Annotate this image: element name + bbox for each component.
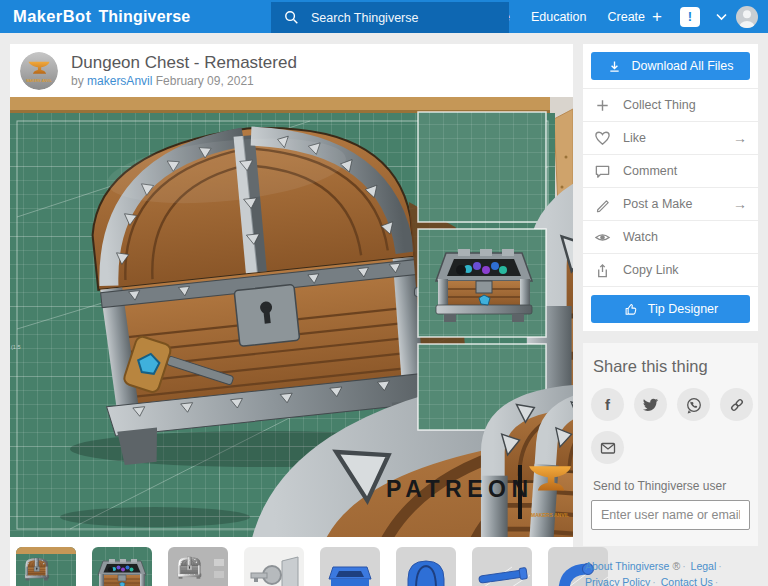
patreon-text: PATREON: [386, 476, 534, 502]
person-icon: [736, 6, 758, 28]
comment-button[interactable]: Comment: [583, 154, 758, 187]
share-twitter-button[interactable]: [634, 388, 667, 421]
byline: by makersAnvil February 09, 2021: [71, 74, 297, 88]
thing-header: MAKERS ANVIL Dungeon Chest - Remastered …: [10, 44, 573, 97]
share-link-button[interactable]: [720, 388, 753, 421]
footer-about-link[interactable]: About Thingiverse: [585, 560, 669, 572]
notification-badge[interactable]: !: [680, 7, 700, 27]
author-link[interactable]: makersAnvil: [87, 74, 152, 88]
site-footer: About Thingiverse ®· Legal· Privacy Poli…: [583, 559, 758, 586]
footer-contact-link[interactable]: Contact Us: [661, 576, 713, 586]
thumbnail-render-blue-chest-body[interactable]: [320, 547, 380, 586]
creator-avatar[interactable]: MAKERS ANVIL: [20, 52, 58, 90]
eye-icon: [594, 229, 611, 246]
send-to-user-label: Send to Thingiverse user: [593, 479, 750, 493]
user-avatar[interactable]: [736, 6, 758, 28]
inset-open-chest: [418, 229, 546, 337]
thumbnail-render-blue-lid[interactable]: [396, 547, 456, 586]
top-navbar: MakerBot Thingiverse Explore Education C…: [0, 0, 768, 33]
nav-create[interactable]: Create: [608, 10, 646, 24]
arrow-right-icon: →: [733, 196, 747, 212]
tip-designer-button[interactable]: Tip Designer: [591, 295, 750, 323]
collect-thing-button[interactable]: Collect Thing: [583, 88, 758, 121]
brand-thingiverse: Thingiverse: [98, 8, 190, 26]
creator-avatar-caption: MAKERS ANVIL: [26, 79, 52, 83]
main-thing-image[interactable]: (1.5: [10, 97, 573, 537]
thumbs-up-icon: [623, 301, 639, 317]
facebook-icon: f: [605, 396, 610, 413]
brand-makerbot: MakerBot: [13, 7, 91, 26]
comment-icon: [594, 163, 611, 180]
send-to-user-input[interactable]: [591, 500, 750, 530]
thumbnail-photo-painted-chest[interactable]: [16, 547, 76, 586]
link-icon: [728, 396, 746, 414]
thumbnail-render-lock-key[interactable]: [244, 547, 304, 586]
footer-privacy-link[interactable]: Privacy Policy: [585, 576, 650, 586]
makers-anvil-caption: MAKERS ANVIL: [531, 512, 569, 518]
pencil-icon: [594, 196, 611, 213]
heart-icon: [594, 130, 611, 147]
chevron-down-icon[interactable]: [716, 13, 727, 21]
whatsapp-icon: [685, 396, 703, 414]
search-icon: [284, 10, 299, 25]
copy-link-button[interactable]: Copy Link: [583, 253, 758, 286]
share-icon: [594, 262, 611, 279]
action-sidebar: Download All Files Collect Thing Like → …: [583, 44, 758, 586]
thumbnail-strip: [10, 537, 573, 586]
download-icon: [607, 59, 622, 74]
download-all-files-button[interactable]: Download All Files: [591, 52, 750, 80]
nav-education[interactable]: Education: [531, 10, 587, 24]
thumbnail-render-blue-rod[interactable]: [472, 547, 532, 586]
share-facebook-button[interactable]: f: [591, 388, 624, 421]
brand-logo[interactable]: MakerBot Thingiverse: [13, 7, 190, 26]
create-plus-icon[interactable]: +: [652, 8, 662, 25]
publish-date: February 09, 2021: [156, 74, 254, 88]
share-section: Share this thing f: [583, 343, 758, 546]
watch-button[interactable]: Watch: [583, 220, 758, 253]
share-whatsapp-button[interactable]: [677, 388, 710, 421]
page-title: Dungeon Chest - Remastered: [71, 53, 297, 73]
search-bar[interactable]: [271, 2, 509, 33]
mat-marking: (1.5: [11, 344, 20, 350]
email-icon: [599, 439, 617, 457]
share-email-button[interactable]: [591, 431, 624, 464]
search-input[interactable]: [309, 10, 493, 26]
share-title: Share this thing: [593, 357, 750, 376]
plus-icon: [594, 97, 611, 114]
like-button[interactable]: Like →: [583, 121, 758, 154]
arrow-right-icon: →: [733, 130, 747, 146]
footer-legal-link[interactable]: Legal: [691, 560, 717, 572]
twitter-icon: [642, 396, 659, 413]
thing-card: MAKERS ANVIL Dungeon Chest - Remastered …: [10, 44, 573, 586]
thumbnail-photo-open-chest[interactable]: [92, 547, 152, 586]
post-a-make-button[interactable]: Post a Make →: [583, 187, 758, 220]
thumbnail-render-gray-chest[interactable]: [168, 547, 228, 586]
